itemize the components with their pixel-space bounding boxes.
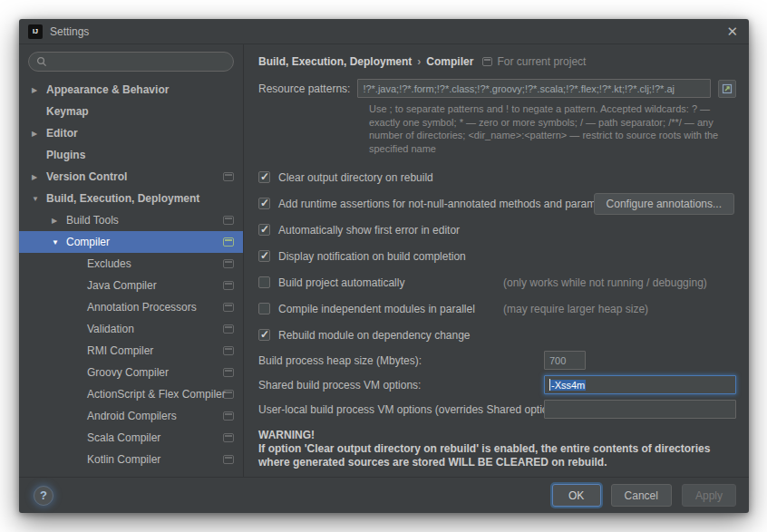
option-parallel-compile[interactable]: Compile independent modules in parallel … (258, 295, 736, 322)
sidebar-item-plugins[interactable]: Plugins (19, 144, 243, 166)
resource-patterns-label: Resource patterns: (258, 82, 350, 95)
intellij-logo-icon (28, 24, 43, 39)
shared-vm-label: Shared build process VM options: (258, 379, 421, 392)
user-vm-row: User-local build process VM options (ove… (258, 397, 736, 421)
resource-patterns-row: Resource patterns: (258, 79, 736, 98)
sidebar-item-java-compiler[interactable]: Java Compiler (19, 275, 243, 296)
per-project-icon (223, 433, 234, 442)
sidebar-item-kotlin-compiler[interactable]: Kotlin Compiler (19, 449, 243, 470)
sidebar-item-groovy-compiler[interactable]: Groovy Compiler (19, 362, 243, 383)
apply-button[interactable]: Apply (682, 484, 736, 507)
checkbox-checked-icon[interactable] (258, 198, 270, 209)
per-project-icon (223, 324, 234, 334)
project-scope-icon (482, 57, 492, 66)
breadcrumb-section: Build, Execution, Deployment (258, 55, 412, 68)
sidebar-item-version-control[interactable]: Version Control (19, 166, 243, 188)
per-project-icon (223, 237, 234, 247)
sidebar-item-annotation-processors[interactable]: Annotation Processors (19, 296, 243, 318)
expand-editor-icon (722, 83, 733, 94)
per-project-icon (223, 303, 234, 312)
per-project-icon (223, 172, 234, 181)
option-note: (only works while not running / debuggin… (503, 276, 707, 289)
warning-title: WARNING! (258, 429, 736, 442)
settings-tree: Appearance & Behavior Keymap Editor Plug… (19, 79, 243, 470)
sidebar-item-android-compilers[interactable]: Android Compilers (19, 405, 243, 427)
scope-indicator: For current project (482, 55, 586, 68)
checkbox-checked-icon[interactable] (258, 224, 270, 236)
sidebar-item-scala-compiler[interactable]: Scala Compiler (19, 427, 243, 449)
chevron-right-icon[interactable] (52, 217, 66, 225)
option-clear-output[interactable]: Clear output directory on rebuild (258, 164, 736, 190)
resource-patterns-help: Use ; to separate patterns and ! to nega… (369, 102, 727, 155)
warning-block: WARNING! If option 'Clear output directo… (258, 429, 736, 469)
option-build-notification[interactable]: Display notification on build completion (258, 243, 736, 269)
option-label: Rebuild module on dependency change (278, 329, 471, 342)
breadcrumb-separator: › (417, 55, 421, 68)
sidebar-item-appearance-behavior[interactable]: Appearance & Behavior (19, 79, 243, 101)
per-project-icon (223, 259, 234, 268)
option-note: (may require larger heap size) (503, 303, 648, 315)
per-project-icon (223, 346, 234, 355)
per-project-icon (223, 455, 234, 464)
resource-patterns-input[interactable] (357, 79, 711, 98)
checkbox-unchecked-icon[interactable] (258, 276, 270, 288)
selected-text: -Xss4m (550, 380, 586, 391)
chevron-right-icon[interactable] (32, 130, 46, 138)
breadcrumb-page: Compiler (426, 55, 473, 68)
breadcrumb: Build, Execution, Deployment › Compiler … (258, 55, 736, 68)
heap-size-input[interactable] (544, 351, 586, 370)
chevron-down-icon[interactable] (52, 238, 66, 247)
shared-vm-row: Shared build process VM options: -Xss4m (258, 372, 736, 397)
sidebar-item-build-tools[interactable]: Build Tools (19, 209, 243, 231)
sidebar-item-actionscript-flex-compiler[interactable]: ActionScript & Flex Compiler (19, 383, 243, 405)
sidebar-item-compiler[interactable]: Compiler (19, 231, 243, 253)
option-label: Display notification on build completion (278, 250, 466, 263)
heap-size-row: Build process heap size (Mbytes): (258, 348, 736, 372)
checkbox-checked-icon[interactable] (258, 329, 270, 341)
checkbox-checked-icon[interactable] (258, 171, 270, 183)
per-project-icon (223, 368, 234, 377)
option-show-first-error[interactable]: Automatically show first error in editor (258, 217, 736, 243)
chevron-down-icon[interactable] (32, 195, 46, 203)
ok-button[interactable]: OK (552, 484, 601, 507)
search-icon (36, 56, 47, 67)
sidebar-item-rmi-compiler[interactable]: RMI Compiler (19, 340, 243, 362)
title-bar: Settings (19, 19, 749, 44)
checkbox-unchecked-icon[interactable] (258, 303, 270, 314)
per-project-icon (223, 390, 234, 399)
sidebar-item-keymap[interactable]: Keymap (19, 101, 243, 122)
sidebar-item-validation[interactable]: Validation (19, 318, 243, 340)
compiler-settings-panel: Build, Execution, Deployment › Compiler … (244, 44, 749, 477)
shared-vm-input[interactable]: -Xss4m (544, 375, 736, 394)
option-label: Automatically show first error in editor (278, 224, 460, 237)
sidebar-item-excludes[interactable]: Excludes (19, 253, 243, 275)
settings-sidebar: Appearance & Behavior Keymap Editor Plug… (19, 44, 244, 477)
user-vm-label: User-local build process VM options (ove… (258, 403, 567, 416)
checkbox-checked-icon[interactable] (258, 250, 270, 262)
help-button[interactable]: ? (34, 486, 53, 506)
sidebar-item-build-execution-deployment[interactable]: Build, Execution, Deployment (19, 188, 243, 209)
option-rebuild-on-dependency-change[interactable]: Rebuild module on dependency change (258, 322, 736, 348)
chevron-right-icon[interactable] (32, 173, 46, 181)
option-label: Compile independent modules in parallel (278, 303, 475, 315)
cancel-button[interactable]: Cancel (611, 484, 672, 507)
option-build-automatically[interactable]: Build project automatically (only works … (258, 269, 736, 295)
user-vm-input[interactable] (544, 400, 736, 419)
option-label: Build project automatically (278, 276, 404, 289)
settings-dialog: Settings Appearance & Behavior Keymap Ed… (19, 19, 749, 513)
option-runtime-assertions[interactable]: Add runtime assertions for not-null-anno… (258, 190, 736, 217)
chevron-right-icon[interactable] (32, 86, 46, 94)
option-label: Clear output directory on rebuild (278, 171, 433, 184)
per-project-icon (223, 411, 234, 421)
scope-label: For current project (497, 55, 586, 68)
per-project-icon (223, 281, 234, 290)
expand-editor-button[interactable] (718, 80, 736, 98)
heap-size-label: Build process heap size (Mbytes): (258, 354, 422, 367)
dialog-footer: ? OK Cancel Apply (19, 477, 749, 513)
sidebar-item-editor[interactable]: Editor (19, 122, 243, 144)
close-icon[interactable] (726, 24, 738, 38)
configure-annotations-button[interactable]: Configure annotations... (594, 193, 734, 215)
window-title: Settings (50, 25, 89, 38)
per-project-icon (223, 216, 234, 225)
settings-search-input[interactable] (28, 52, 234, 72)
